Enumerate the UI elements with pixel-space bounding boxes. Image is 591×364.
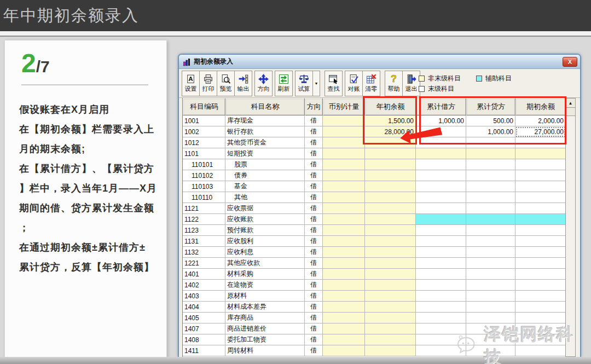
cell-accumulated-credit[interactable] [466, 170, 515, 181]
cell-currency[interactable] [323, 159, 365, 170]
cell-direction[interactable]: 借 [305, 115, 323, 126]
cell-accumulated-credit[interactable] [466, 302, 515, 313]
cell-initial-balance[interactable] [515, 203, 566, 214]
cell-opening-year-balance[interactable] [365, 148, 416, 159]
cell-direction[interactable]: 借 [305, 258, 323, 269]
reconcile-button[interactable]: 对账 [345, 71, 363, 96]
cell-opening-year-balance[interactable] [365, 170, 416, 181]
cell-opening-year-balance[interactable] [365, 225, 416, 236]
cell-initial-balance[interactable] [515, 236, 566, 247]
cell-initial-balance[interactable] [515, 269, 566, 280]
cell-name[interactable]: 库存商品 [225, 313, 305, 323]
cell-accumulated-credit[interactable] [466, 192, 515, 203]
cell-accumulated-credit[interactable] [466, 214, 515, 225]
cell-accumulated-credit[interactable] [466, 159, 515, 170]
cell-accumulated-credit[interactable] [466, 247, 515, 258]
cell-accumulated-credit[interactable] [466, 313, 515, 323]
cell-direction[interactable]: 借 [305, 334, 323, 345]
cell-accumulated-debit[interactable] [416, 323, 466, 334]
cell-code[interactable]: 1123 [183, 225, 225, 236]
cell-accumulated-credit[interactable] [466, 345, 515, 356]
cell-accumulated-debit[interactable] [416, 334, 466, 345]
cell-currency[interactable] [323, 269, 365, 280]
cell-code[interactable]: 1101 [183, 148, 225, 159]
cell-initial-balance[interactable] [515, 214, 566, 225]
cell-code[interactable]: 1002 [183, 126, 225, 137]
cell-accumulated-credit[interactable] [466, 225, 515, 236]
window-titlebar[interactable]: 期初余额录入 X [179, 55, 580, 69]
cell-accumulated-credit[interactable] [466, 280, 515, 291]
settings-button[interactable]: A设置 [182, 71, 200, 96]
cell-currency[interactable] [323, 323, 365, 334]
cell-initial-balance[interactable] [515, 247, 566, 258]
cell-accumulated-credit[interactable]: 500.00 [466, 115, 515, 126]
cell-name[interactable]: 应收利息 [225, 247, 305, 258]
cell-initial-balance[interactable] [515, 192, 566, 203]
cell-direction[interactable]: 借 [305, 269, 323, 280]
cell-opening-year-balance[interactable] [365, 203, 416, 214]
cell-opening-year-balance[interactable] [365, 313, 416, 323]
cell-currency[interactable] [323, 247, 365, 258]
cell-accumulated-credit[interactable] [466, 269, 515, 280]
cell-code[interactable]: 1402 [183, 280, 225, 291]
cell-opening-year-balance[interactable] [365, 258, 416, 269]
cell-direction[interactable]: 借 [305, 170, 323, 181]
cell-opening-year-balance[interactable] [365, 181, 416, 192]
cell-initial-balance[interactable] [515, 225, 566, 236]
cell-currency[interactable] [323, 258, 365, 269]
cell-accumulated-debit[interactable] [416, 126, 466, 137]
cell-currency[interactable] [323, 203, 365, 214]
cell-name[interactable]: 周转材料 [225, 345, 305, 356]
cell-name[interactable]: 在途物资 [225, 280, 305, 291]
cell-initial-balance[interactable] [515, 170, 566, 181]
cell-direction[interactable]: 借 [305, 192, 323, 203]
cell-name[interactable]: 基金 [225, 181, 305, 192]
cell-accumulated-credit[interactable] [466, 148, 515, 159]
cell-currency[interactable] [323, 115, 365, 126]
cell-accumulated-debit[interactable] [416, 203, 466, 214]
cell-initial-balance[interactable] [515, 334, 566, 345]
cell-code[interactable]: 1408 [183, 334, 225, 345]
cell-initial-balance[interactable]: 2,000.00 [515, 115, 566, 126]
cell-name[interactable]: 其他 [225, 192, 305, 203]
find-button[interactable]: 查找 [325, 71, 343, 96]
cell-initial-balance[interactable]: 27,000.00 [515, 126, 566, 137]
cell-direction[interactable]: 借 [305, 148, 323, 159]
cell-code[interactable]: 1401 [183, 269, 225, 280]
cell-code[interactable]: 1411 [183, 345, 225, 356]
cell-name[interactable]: 材料成本差异 [225, 302, 305, 313]
cell-accumulated-credit[interactable] [466, 291, 515, 302]
cell-opening-year-balance[interactable] [365, 334, 416, 345]
cell-direction[interactable]: 借 [305, 236, 323, 247]
cell-initial-balance[interactable] [515, 280, 566, 291]
cell-accumulated-debit[interactable]: 1,000.00 [416, 115, 466, 126]
cell-code[interactable]: 1405 [183, 313, 225, 323]
cell-direction[interactable]: 借 [305, 313, 323, 323]
cell-code[interactable]: 1221 [183, 258, 225, 269]
cell-currency[interactable] [323, 225, 365, 236]
cell-accumulated-debit[interactable] [416, 345, 466, 356]
cell-direction[interactable]: 借 [305, 323, 323, 334]
cell-accumulated-credit[interactable] [466, 181, 515, 192]
cell-currency[interactable] [323, 334, 365, 345]
cell-opening-year-balance[interactable] [365, 159, 416, 170]
cell-opening-year-balance[interactable]: 28,000.00 [365, 126, 416, 137]
preview-button[interactable]: 预览 [217, 71, 235, 96]
cell-currency[interactable] [323, 236, 365, 247]
cell-currency[interactable] [323, 302, 365, 313]
cell-accumulated-credit[interactable] [466, 323, 515, 334]
trial-balance-button[interactable]: 试算 [295, 71, 313, 96]
cell-accumulated-debit[interactable] [416, 247, 466, 258]
cell-initial-balance[interactable] [515, 323, 566, 334]
cell-currency[interactable] [323, 313, 365, 323]
cell-name[interactable]: 库存现金 [225, 115, 305, 126]
cell-accumulated-debit[interactable] [416, 181, 466, 192]
cell-initial-balance[interactable] [515, 313, 566, 323]
trial-balance-dropdown-button[interactable]: ▼ [313, 71, 320, 96]
cell-accumulated-credit[interactable] [466, 203, 515, 214]
cell-accumulated-debit[interactable] [416, 302, 466, 313]
cell-currency[interactable] [323, 192, 365, 203]
cell-initial-balance[interactable] [515, 345, 566, 356]
cell-opening-year-balance[interactable] [365, 236, 416, 247]
cell-code[interactable]: 110110 [183, 192, 225, 203]
